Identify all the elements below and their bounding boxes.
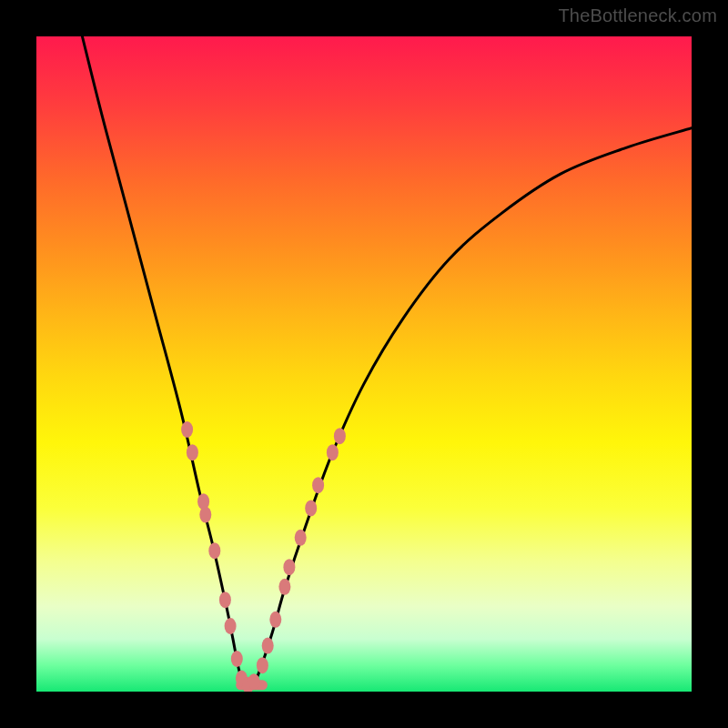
highlight-dot: [231, 651, 243, 667]
highlight-dot: [283, 559, 295, 575]
highlight-dot: [295, 530, 307, 546]
watermark-text: TheBottleneck.com: [558, 5, 717, 26]
highlight-dots: [181, 421, 346, 692]
chart-frame: TheBottleneck.com: [0, 0, 728, 728]
highlight-dot: [257, 657, 268, 673]
highlight-dot: [278, 579, 290, 595]
highlight-dot: [262, 638, 274, 654]
highlight-dot: [181, 421, 193, 438]
highlight-dot: [187, 444, 198, 460]
highlight-dot: [269, 612, 281, 628]
highlight-dot: [199, 507, 211, 523]
highlight-dot: [312, 477, 324, 493]
highlight-dot: [219, 592, 231, 608]
plot-area: [36, 36, 692, 692]
highlight-dot: [334, 428, 346, 444]
highlight-dot: [327, 444, 339, 460]
highlight-dot: [208, 542, 220, 559]
highlight-dot: [225, 618, 237, 634]
highlight-dot: [248, 673, 260, 690]
bottleneck-curve: [82, 36, 692, 687]
highlight-dot: [305, 500, 317, 516]
curve-svg: [36, 36, 692, 692]
